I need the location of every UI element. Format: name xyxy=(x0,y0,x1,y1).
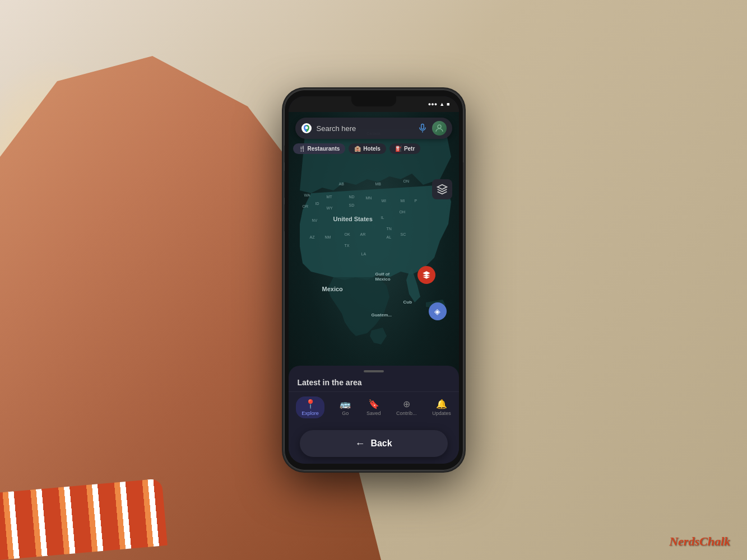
bottom-nav: 📍 Explore 🚌 Go 🔖 Saved ⊕ Contrib xyxy=(289,391,459,423)
svg-point-2 xyxy=(305,127,308,129)
phone-wrapper: ●●● ▲ ■ xyxy=(284,90,463,470)
map-svg xyxy=(289,112,459,398)
state-nm: NM xyxy=(325,235,331,239)
explore-pill: 📍 Explore xyxy=(296,396,324,418)
hotels-icon: 🏨 xyxy=(354,146,361,152)
mute-button xyxy=(284,146,285,162)
search-bar[interactable]: Search here xyxy=(295,118,452,139)
petrol-icon: ⛽ xyxy=(395,146,402,152)
state-la: LA xyxy=(361,252,366,256)
nav-go[interactable]: 🚌 Go xyxy=(335,398,355,417)
map-area[interactable]: Canada WA OR ID NV AZ MT WY NM ND SD OK … xyxy=(289,112,459,398)
nav-updates[interactable]: 🔔 Updates xyxy=(428,398,456,417)
saved-label: Saved xyxy=(366,410,381,416)
phone-body: ●●● ▲ ■ xyxy=(284,90,463,470)
us-label: United States xyxy=(333,216,373,222)
blue-marker[interactable]: ◈ xyxy=(429,302,447,320)
state-il: IL xyxy=(381,216,384,220)
signal-indicator: ●●● xyxy=(428,101,437,107)
state-wa: WA xyxy=(304,193,310,197)
state-nv: NV xyxy=(312,218,318,222)
state-wy: WY xyxy=(327,206,333,210)
state-ok: OK xyxy=(345,232,350,236)
back-button[interactable]: ← Back xyxy=(300,430,448,457)
state-ab: AB xyxy=(339,182,344,186)
volume-up-button xyxy=(284,171,285,198)
state-tn: TN xyxy=(387,227,392,231)
hotels-pill[interactable]: 🏨 Hotels xyxy=(349,143,386,154)
latest-title: Latest in the area xyxy=(289,376,459,391)
back-label: Back xyxy=(370,438,392,449)
restaurants-icon: 🍴 xyxy=(299,146,305,152)
explore-label: Explore xyxy=(301,410,319,416)
contribute-label: Contrib... xyxy=(396,410,417,416)
layers-button[interactable] xyxy=(432,179,452,199)
svg-marker-0 xyxy=(437,185,447,189)
go-label: Go xyxy=(342,410,349,416)
guatemala-label: Guatem... xyxy=(372,312,392,318)
battery-indicator: ■ xyxy=(447,101,449,107)
bottom-sheet[interactable]: Latest in the area 📍 Explore 🚌 Go xyxy=(289,366,459,464)
search-placeholder: Search here xyxy=(317,124,413,133)
state-tx: TX xyxy=(345,244,350,248)
state-oh: OH xyxy=(400,210,406,214)
state-mn: MN xyxy=(366,196,372,200)
explore-icon: 📍 xyxy=(305,399,316,409)
state-sc: SC xyxy=(401,232,406,236)
state-p: P xyxy=(415,199,417,203)
state-ar: AR xyxy=(360,232,366,236)
state-or: OR xyxy=(303,204,309,208)
state-id: ID xyxy=(315,202,319,206)
back-button-area: ← Back xyxy=(300,430,448,457)
hotels-label: Hotels xyxy=(363,146,381,152)
nav-contribute[interactable]: ⊕ Contrib... xyxy=(392,398,421,417)
notch xyxy=(351,96,396,106)
nerds-chalk-watermark: NerdsChalk xyxy=(669,534,730,549)
state-nd: ND xyxy=(349,195,355,199)
state-al: AL xyxy=(387,235,392,239)
status-bar-right: ●●● ▲ ■ xyxy=(428,101,450,107)
state-mb: MB xyxy=(375,182,382,186)
state-sd: SD xyxy=(349,203,355,207)
power-button xyxy=(463,162,463,190)
updates-label: Updates xyxy=(432,410,451,416)
state-az: AZ xyxy=(310,235,315,239)
state-on: ON xyxy=(403,179,410,183)
nav-saved[interactable]: 🔖 Saved xyxy=(362,398,386,417)
state-mt: MT xyxy=(327,195,332,199)
svg-rect-3 xyxy=(421,124,424,129)
go-icon: 🚌 xyxy=(340,399,351,409)
contribute-icon: ⊕ xyxy=(403,399,410,409)
cuba-label: Cub xyxy=(403,300,412,305)
sheet-handle xyxy=(364,370,384,372)
mexico-label: Mexico xyxy=(322,286,343,292)
volume-down-button xyxy=(284,204,285,231)
petrol-pill[interactable]: ⛽ Petr xyxy=(389,143,420,154)
state-wi: WI xyxy=(382,199,387,203)
phone-screen: ●●● ▲ ■ xyxy=(289,96,459,464)
restaurants-label: Restaurants xyxy=(308,146,340,152)
updates-icon: 🔔 xyxy=(436,399,447,409)
back-arrow-icon: ← xyxy=(355,438,365,450)
petrol-label: Petr xyxy=(404,146,415,152)
nav-explore[interactable]: 📍 Explore xyxy=(291,395,329,419)
google-maps-logo xyxy=(301,123,312,134)
state-mi: MI xyxy=(401,199,405,203)
svg-point-5 xyxy=(438,125,441,128)
red-marker[interactable] xyxy=(417,266,435,284)
mic-icon[interactable] xyxy=(417,123,428,133)
user-avatar[interactable] xyxy=(432,121,447,136)
restaurants-pill[interactable]: 🍴 Restaurants xyxy=(293,143,346,154)
saved-icon: 🔖 xyxy=(368,399,379,409)
wifi-indicator: ▲ xyxy=(439,101,444,107)
category-pills: 🍴 Restaurants 🏨 Hotels ⛽ Petr xyxy=(293,143,454,154)
gulf-mexico-label: Gulf ofMexico xyxy=(375,272,391,282)
